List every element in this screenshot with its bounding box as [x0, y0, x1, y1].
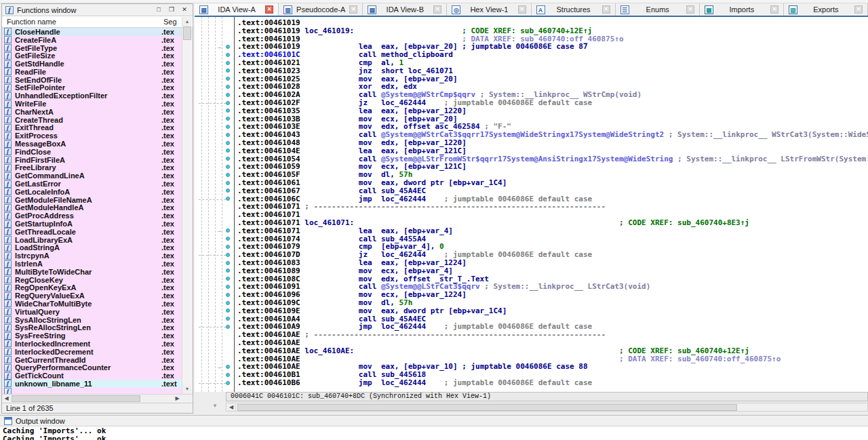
- function-row-getlasterror[interactable]: fGetLastError.tex: [2, 180, 193, 188]
- tab-pseudocode-a[interactable]: ▥Pseudocode-A✕: [279, 3, 363, 16]
- function-row-virtualquery[interactable]: fVirtualQuery.tex: [2, 308, 193, 316]
- column-seg[interactable]: Seg: [163, 18, 181, 26]
- function-icon: f: [4, 28, 12, 35]
- function-row-getthreadlocale[interactable]: fGetThreadLocale.tex: [2, 228, 193, 236]
- tab-close-icon[interactable]: ✕: [686, 5, 694, 14]
- function-row-regclosekey[interactable]: fRegCloseKey.tex: [2, 276, 193, 284]
- function-name: UnhandledExceptionFilter: [15, 92, 161, 100]
- column-function-name[interactable]: Function name: [7, 18, 163, 26]
- tab-close-icon[interactable]: ✕: [770, 5, 778, 14]
- function-row-createfilea[interactable]: fCreateFileA.tex: [2, 36, 193, 44]
- function-row-closehandle[interactable]: fCloseHandle.tex: [2, 28, 193, 36]
- function-name: GetStdHandle: [15, 60, 161, 68]
- tab-exports[interactable]: ▧Exports✕: [784, 3, 868, 16]
- function-row-unknown-libname-11[interactable]: funknown_libname_11.text: [2, 380, 193, 388]
- function-row-exitthread[interactable]: fExitThread.tex: [2, 124, 193, 132]
- float-button[interactable]: ❐: [167, 5, 176, 14]
- function-row-gettickcount[interactable]: fGetTickCount.tex: [2, 372, 193, 380]
- close-button[interactable]: ✕: [180, 5, 189, 14]
- function-row-getprocaddress[interactable]: fGetProcAddress.tex: [2, 212, 193, 220]
- hscroll-thumb[interactable]: [12, 395, 140, 402]
- hex-view-icon: ◎: [452, 5, 460, 14]
- function-row-multibytetowidechar[interactable]: fMultiByteToWideChar.tex: [2, 268, 193, 276]
- function-row-setendoffile[interactable]: fSetEndOfFile.tex: [2, 76, 193, 84]
- function-row-interlockeddecrement[interactable]: fInterlockedDecrement.tex: [2, 348, 193, 356]
- function-row-setfilepointer[interactable]: fSetFilePointer.tex: [2, 84, 193, 92]
- function-row-partial[interactable]: f: [2, 388, 193, 394]
- tab-close-icon[interactable]: ✕: [602, 5, 610, 14]
- function-row-getstartupinfoa[interactable]: fGetStartupInfoA.tex: [2, 220, 193, 228]
- function-row-findfirstfilea[interactable]: fFindFirstFileA.tex: [2, 156, 193, 164]
- function-row-getstdhandle[interactable]: fGetStdHandle.tex: [2, 60, 193, 68]
- function-row-loadlibraryexa[interactable]: fLoadLibraryExA.tex: [2, 236, 193, 244]
- tab-close-icon[interactable]: ✕: [349, 5, 357, 14]
- function-icon: f: [4, 84, 12, 92]
- tab-ida-view-a[interactable]: ▤IDA View-A✕: [195, 3, 279, 16]
- function-row-charnexta[interactable]: fCharNextA.tex: [2, 108, 193, 116]
- function-segment: .tex: [161, 148, 182, 156]
- tab-enums[interactable]: ☰Enums✕: [616, 3, 700, 16]
- functions-list[interactable]: fCloseHandle.texfCreateFileA.texfGetFile…: [2, 28, 193, 394]
- maximize-button[interactable]: □: [154, 5, 163, 14]
- function-row-lstrlena[interactable]: flstrlenA.tex: [2, 260, 193, 268]
- functions-window-titlebar[interactable]: f Functions window □ ❐ ✕: [2, 4, 193, 16]
- tab-ida-view-b[interactable]: ▤IDA View-B✕: [363, 3, 447, 16]
- scroll-right-icon[interactable]: ▶: [173, 395, 182, 403]
- function-icon: f: [4, 164, 12, 172]
- function-row-lstrcpyna[interactable]: flstrcpynA.tex: [2, 252, 193, 260]
- asm-line[interactable]: .text:004610B6 jmp loc_462444 ; jumptabl…: [237, 379, 592, 387]
- function-row-getfilesize[interactable]: fGetFileSize.tex: [2, 52, 193, 60]
- function-row-sysreallocstringlen[interactable]: fSysReAllocStringLen.tex: [2, 323, 193, 332]
- function-row-getcurrentthreadid[interactable]: fGetCurrentThreadId.tex: [2, 356, 193, 364]
- vscroll-thumb[interactable]: [183, 26, 191, 40]
- tab-structures[interactable]: AStructures✕: [532, 3, 616, 16]
- function-row-sysfreestring[interactable]: fSysFreeString.tex: [2, 332, 193, 340]
- functions-hscrollbar[interactable]: ◀ ▶: [2, 394, 193, 403]
- function-segment: .tex: [161, 372, 182, 380]
- tab-close-icon[interactable]: ✕: [265, 5, 273, 14]
- function-row-interlockedincrement[interactable]: fInterlockedIncrement.tex: [2, 340, 193, 348]
- function-row-regopenkeyexa[interactable]: fRegOpenKeyExA.tex: [2, 284, 193, 292]
- disasm-hscrollbar[interactable]: ◀: [226, 403, 868, 412]
- function-row-findclose[interactable]: fFindClose.tex: [2, 148, 193, 156]
- scroll-left-icon[interactable]: ◀: [227, 404, 236, 411]
- functions-column-header[interactable]: Function name Seg: [2, 16, 193, 28]
- function-row-regqueryvalueexa[interactable]: fRegQueryValueExA.tex: [2, 292, 193, 300]
- function-row-queryperformancecounter[interactable]: fQueryPerformanceCounter.tex: [2, 363, 193, 372]
- function-row-freelibrary[interactable]: fFreeLibrary.tex: [2, 164, 193, 172]
- tab-close-icon[interactable]: ✕: [433, 5, 441, 14]
- tab-close-icon[interactable]: ✕: [854, 5, 863, 14]
- function-row-writefile[interactable]: fWriteFile.tex: [2, 100, 193, 108]
- function-row-getfiletype[interactable]: fGetFileType.tex: [2, 44, 193, 52]
- instruction-dot-icon: [226, 125, 230, 129]
- gutter-scroll-down-icon[interactable]: ▼: [212, 403, 218, 409]
- function-row-unhandledexceptionfilter[interactable]: fUnhandledExceptionFilter.tex: [2, 92, 193, 100]
- output-log[interactable]: Caching 'Imports'... okCaching 'Imports'…: [0, 426, 868, 440]
- tab-hex-view-1[interactable]: ◎Hex View-1✕: [447, 3, 531, 16]
- function-segment: .text: [161, 380, 182, 388]
- function-row-getmodulefilenamea[interactable]: fGetModuleFileNameA.tex: [2, 196, 193, 204]
- disasm-hscroll-thumb[interactable]: [237, 404, 737, 411]
- function-row-readfile[interactable]: fReadFile.tex: [2, 68, 193, 76]
- ida-view-listing[interactable]: .text:00461019.text:00461019 loc_461019:…: [195, 17, 868, 392]
- function-row-loadstringa[interactable]: fLoadStringA.tex: [2, 244, 193, 252]
- function-row-getcommandlinea[interactable]: fGetCommandLineA.tex: [2, 172, 193, 180]
- scroll-down-icon[interactable]: ▼: [182, 384, 192, 393]
- output-log-line: Caching 'Imports'... ok: [3, 435, 868, 440]
- function-row-getlocaleinfoa[interactable]: fGetLocaleInfoA.tex: [2, 188, 193, 196]
- function-row-sysallocstringlen[interactable]: fSysAllocStringLen.tex: [2, 316, 193, 324]
- tab-close-icon[interactable]: ✕: [518, 5, 526, 14]
- scroll-up-icon[interactable]: ▲: [182, 17, 192, 26]
- scroll-left-icon[interactable]: ◀: [2, 395, 11, 403]
- function-row-getmodulehandlea[interactable]: fGetModuleHandleA.tex: [2, 204, 193, 212]
- function-name: GetTickCount: [15, 372, 161, 380]
- function-row-widechartomultibyte[interactable]: fWideCharToMultiByte.tex: [2, 300, 193, 308]
- functions-vscrollbar[interactable]: ▲ ▼: [182, 17, 192, 393]
- function-row-messageboxa[interactable]: fMessageBoxA.tex: [2, 140, 193, 148]
- function-segment: .tex: [161, 300, 182, 308]
- function-row-exitprocess[interactable]: fExitProcess.tex: [2, 132, 193, 140]
- function-row-createthread[interactable]: fCreateThread.tex: [2, 116, 193, 124]
- tab-imports[interactable]: ▦Imports✕: [700, 3, 784, 16]
- output-window-titlebar[interactable]: Output window: [0, 416, 868, 426]
- function-segment: .tex: [161, 348, 182, 356]
